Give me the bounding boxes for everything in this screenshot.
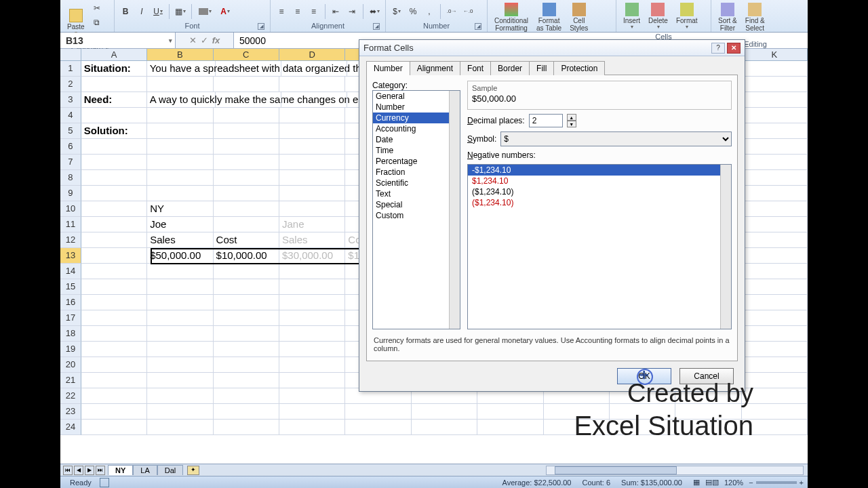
- cell-A10[interactable]: [81, 201, 147, 217]
- row-header-22[interactable]: 22: [60, 388, 81, 404]
- indent-dec-button[interactable]: ⇤: [330, 5, 343, 18]
- column-header-K[interactable]: K: [742, 49, 808, 61]
- cell-A22[interactable]: [81, 388, 147, 404]
- cell-B20[interactable]: [147, 357, 213, 373]
- row-header-13[interactable]: 13: [60, 248, 81, 264]
- cell-A14[interactable]: [81, 264, 147, 279]
- cell-A13[interactable]: [81, 248, 147, 264]
- cell-B4[interactable]: [147, 108, 213, 123]
- name-box[interactable]: B13▾: [60, 33, 176, 48]
- cell-A24[interactable]: [81, 420, 147, 435]
- cell-D4[interactable]: [279, 108, 345, 123]
- zoom-level[interactable]: 120%: [719, 479, 749, 487]
- row-header-4[interactable]: 4: [60, 108, 81, 123]
- cell-A7[interactable]: [81, 155, 147, 170]
- cell-B13[interactable]: $50,000.00: [147, 248, 213, 264]
- cell-G23[interactable]: [477, 404, 543, 420]
- select-all-corner[interactable]: [60, 49, 81, 61]
- cell-D8[interactable]: [279, 170, 345, 186]
- cell-K20[interactable]: [742, 357, 808, 373]
- cell-C18[interactable]: [214, 326, 279, 342]
- cell-D10[interactable]: [279, 201, 345, 217]
- row-header-18[interactable]: 18: [60, 326, 81, 342]
- category-item-percentage[interactable]: Percentage: [373, 156, 460, 167]
- format-button[interactable]: Format▾: [673, 1, 701, 32]
- cell-K18[interactable]: [742, 326, 808, 342]
- neg-option-2[interactable]: ($1,234.10): [468, 186, 731, 197]
- dialog-titlebar[interactable]: Format Cells ? ✕: [359, 40, 745, 56]
- decimal-places-input[interactable]: [529, 114, 563, 127]
- cell-C13[interactable]: $10,000.00: [214, 248, 279, 264]
- cell-C20[interactable]: [214, 357, 279, 373]
- category-item-currency[interactable]: Currency: [373, 113, 460, 123]
- cell-C10[interactable]: [214, 201, 279, 217]
- category-item-scientific[interactable]: Scientific: [373, 178, 460, 188]
- cell-D20[interactable]: [279, 357, 345, 373]
- cell-A2[interactable]: [81, 77, 147, 92]
- sheet-tab-la[interactable]: LA: [133, 465, 157, 475]
- sheet-tab-dal[interactable]: Dal: [157, 465, 184, 475]
- insert-button[interactable]: Insert▾: [620, 1, 643, 32]
- zoom-out-button[interactable]: −: [749, 479, 753, 487]
- cell-A1[interactable]: Situation:: [81, 61, 147, 77]
- cell-C8[interactable]: [214, 170, 279, 186]
- cell-K3[interactable]: [742, 92, 808, 108]
- fx-icon[interactable]: fx: [212, 35, 220, 45]
- category-listbox[interactable]: GeneralNumberCurrencyAccountingDateTimeP…: [372, 90, 460, 329]
- row-header-20[interactable]: 20: [60, 357, 81, 373]
- view-pagebreak-button[interactable]: ▧: [712, 478, 719, 487]
- bold-button[interactable]: B: [119, 5, 132, 18]
- cell-D14[interactable]: [279, 264, 345, 279]
- dialog-tab-protection[interactable]: Protection: [553, 61, 605, 75]
- cell-A4[interactable]: [81, 108, 147, 123]
- align-top-button[interactable]: ≡: [275, 5, 288, 18]
- fx-accept-icon[interactable]: ✓: [201, 35, 208, 45]
- cell-B5[interactable]: [147, 123, 213, 139]
- cell-C21[interactable]: [214, 373, 279, 388]
- dec-decimal-button[interactable]: ←.0: [461, 5, 475, 18]
- cell-D9[interactable]: [279, 186, 345, 201]
- category-item-text[interactable]: Text: [373, 188, 460, 199]
- cell-K7[interactable]: [742, 155, 808, 170]
- cell-D17[interactable]: [279, 310, 345, 326]
- cell-F23[interactable]: [412, 404, 477, 420]
- negative-numbers-listbox[interactable]: -$1,234.10$1,234.10($1,234.10)($1,234.10…: [467, 164, 732, 329]
- cell-D18[interactable]: [279, 326, 345, 342]
- cell-A9[interactable]: [81, 186, 147, 201]
- category-item-number[interactable]: Number: [373, 102, 460, 113]
- cell-C2[interactable]: [214, 77, 279, 92]
- cell-D16[interactable]: [279, 295, 345, 310]
- number-launcher[interactable]: ◢: [475, 23, 481, 30]
- cell-A21[interactable]: [81, 373, 147, 388]
- cell-C7[interactable]: [214, 155, 279, 170]
- macro-record-icon[interactable]: [100, 478, 109, 487]
- cell-B23[interactable]: [147, 404, 213, 420]
- column-header-B[interactable]: B: [147, 49, 213, 61]
- cell-A8[interactable]: [81, 170, 147, 186]
- dialog-tab-number[interactable]: Number: [366, 61, 410, 75]
- cell-D23[interactable]: [279, 404, 345, 420]
- cell-B18[interactable]: [147, 326, 213, 342]
- cell-A12[interactable]: [81, 232, 147, 248]
- cell-B9[interactable]: [147, 186, 213, 201]
- horizontal-scrollbar[interactable]: [546, 466, 804, 475]
- neg-option-0[interactable]: -$1,234.10: [468, 165, 731, 176]
- cut-button[interactable]: ✂: [90, 1, 104, 15]
- align-bot-button[interactable]: ≡: [307, 5, 321, 18]
- cell-K13[interactable]: [742, 248, 808, 264]
- cell-K9[interactable]: [742, 186, 808, 201]
- inc-decimal-button[interactable]: .0→: [445, 5, 458, 18]
- row-header-8[interactable]: 8: [60, 170, 81, 186]
- row-header-2[interactable]: 2: [60, 77, 81, 92]
- cell-B7[interactable]: [147, 155, 213, 170]
- fill-color-button[interactable]: ▾: [196, 5, 214, 18]
- cell-G24[interactable]: [477, 420, 543, 435]
- row-header-14[interactable]: 14: [60, 264, 81, 279]
- cell-K12[interactable]: [742, 232, 808, 248]
- cell-B3[interactable]: A way to quickly make the same changes o…: [147, 92, 216, 108]
- category-item-time[interactable]: Time: [373, 145, 460, 156]
- column-header-C[interactable]: C: [214, 49, 279, 61]
- cell-K11[interactable]: [742, 217, 808, 232]
- row-header-19[interactable]: 19: [60, 342, 81, 357]
- align-mid-button[interactable]: ≡: [291, 5, 304, 18]
